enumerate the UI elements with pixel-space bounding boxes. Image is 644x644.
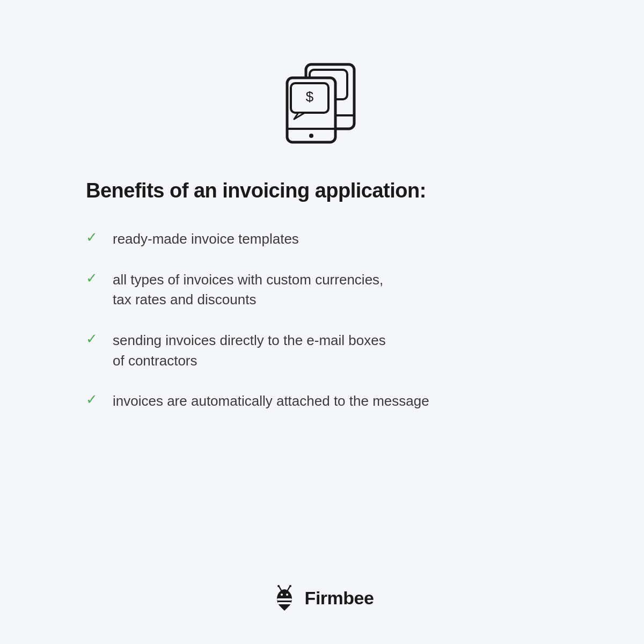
checkmark-icon: ✓ <box>86 271 98 285</box>
svg-point-19 <box>289 585 291 587</box>
checkmark-icon: ✓ <box>86 230 98 244</box>
svg-rect-15 <box>277 602 291 604</box>
svg-point-18 <box>277 585 280 587</box>
svg-marker-22 <box>281 607 288 611</box>
list-item-text: invoices are automatically attached to t… <box>113 391 429 412</box>
footer: Firmbee <box>270 552 374 612</box>
list-item-text: all types of invoices with custom curren… <box>113 270 383 310</box>
svg-point-21 <box>286 594 288 596</box>
hero-icon: $ $ <box>276 54 368 158</box>
benefits-list: ✓ ready-made invoice templates ✓ all typ… <box>86 229 558 412</box>
svg-line-16 <box>279 587 281 590</box>
svg-point-8 <box>309 134 313 138</box>
checkmark-icon: ✓ <box>86 392 98 406</box>
svg-text:$: $ <box>306 89 314 105</box>
brand-name: Firmbee <box>305 588 374 609</box>
firmbee-logo-icon <box>270 584 298 612</box>
main-card: $ $ Benefits of an invoicing application… <box>0 0 644 644</box>
list-item: ✓ sending invoices directly to the e-mai… <box>86 331 558 371</box>
list-item-text: sending invoices directly to the e-mail … <box>113 331 386 371</box>
list-item: ✓ invoices are automatically attached to… <box>86 391 558 412</box>
list-item: ✓ all types of invoices with custom curr… <box>86 270 558 310</box>
svg-point-20 <box>281 594 283 596</box>
checkmark-icon: ✓ <box>86 332 98 346</box>
svg-line-17 <box>288 587 290 590</box>
list-item: ✓ ready-made invoice templates <box>86 229 558 250</box>
page-title: Benefits of an invoicing application: <box>86 179 558 202</box>
svg-rect-14 <box>277 598 292 601</box>
list-item-text: ready-made invoice templates <box>113 229 299 250</box>
